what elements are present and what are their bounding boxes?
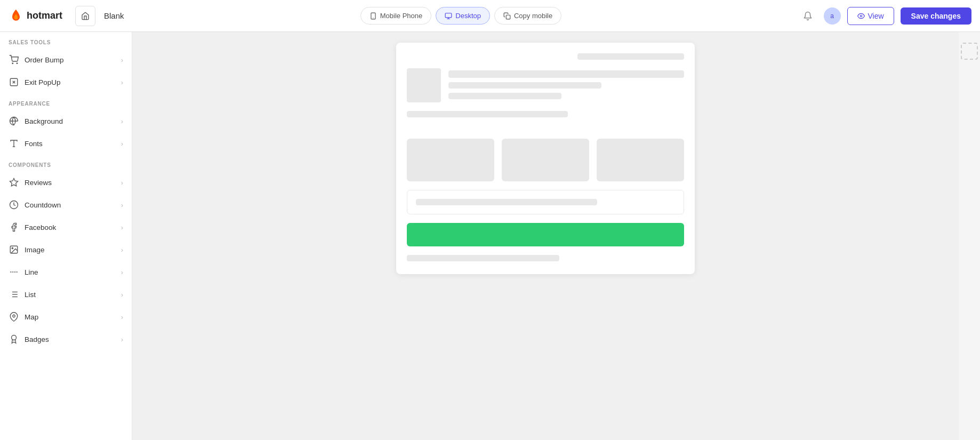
chevron-icon: › (121, 335, 123, 343)
right-panel (959, 32, 980, 440)
list-icon (9, 289, 19, 300)
sidebar-item-facebook[interactable]: Facebook › (0, 216, 132, 238)
view-label: View (868, 12, 884, 20)
desktop-label: Desktop (455, 12, 481, 20)
page-canvas (396, 43, 695, 274)
fonts-icon (9, 138, 19, 149)
hotmart-logo-icon (9, 9, 23, 23)
header-actions: a View Save changes (798, 6, 971, 26)
badges-icon (9, 334, 19, 345)
skeleton-footer-line (407, 255, 559, 261)
skeleton-thumbnail (407, 68, 441, 102)
body-layout: SALES TOOLS Order Bump › Exit PopUp › (0, 32, 980, 440)
sidebar-item-exit-popup[interactable]: Exit PopUp › (0, 71, 132, 93)
copy-mobile-label: Copy mobile (514, 12, 552, 20)
map-label: Map (25, 313, 38, 321)
countdown-label: Countdown (25, 201, 61, 209)
logo-text: hotmart (27, 10, 62, 21)
reviews-label: Reviews (25, 179, 52, 187)
home-button[interactable] (75, 6, 95, 26)
chevron-icon: › (121, 223, 123, 231)
skeleton-green-button (407, 223, 684, 246)
avatar-initials: a (830, 12, 834, 20)
skeleton-desc-line (407, 111, 568, 117)
countdown-icon (9, 199, 19, 210)
background-label: Background (25, 117, 63, 125)
skeleton-line-3 (448, 93, 561, 99)
skeleton-line-2 (448, 82, 601, 89)
section-appearance-label: APPEARANCE (0, 93, 132, 110)
sidebar-item-image[interactable]: Image › (0, 238, 132, 261)
mobile-label: Mobile Phone (380, 12, 423, 20)
svg-rect-2 (445, 13, 452, 17)
svg-point-7 (12, 63, 13, 64)
device-switcher: Mobile Phone Desktop Copy mobile (133, 7, 790, 25)
map-icon (9, 311, 19, 322)
exit-popup-label: Exit PopUp (25, 78, 61, 86)
view-button[interactable]: View (847, 7, 894, 25)
page-title: Blank (104, 11, 124, 20)
sidebar-item-list[interactable]: List › (0, 283, 132, 306)
svg-point-15 (12, 247, 13, 249)
section-components-label: COMPONENTS (0, 155, 132, 171)
chevron-icon: › (121, 117, 123, 125)
order-bump-icon (9, 54, 19, 65)
notifications-button[interactable] (798, 6, 817, 26)
chevron-icon: › (121, 140, 123, 148)
mobile-phone-button[interactable]: Mobile Phone (360, 7, 432, 25)
main-canvas-area (132, 32, 959, 440)
sidebar-item-map[interactable]: Map › (0, 306, 132, 328)
sidebar-scroll: SALES TOOLS Order Bump › Exit PopUp › (0, 32, 132, 440)
app-header: hotmart Blank Mobile Phone Desktop Copy … (0, 0, 980, 32)
reviews-icon (9, 177, 19, 188)
svg-point-6 (860, 15, 862, 17)
skeleton-header-lines (448, 68, 684, 99)
skeleton-line-1 (448, 70, 684, 78)
facebook-label: Facebook (25, 223, 56, 231)
skeleton-cta-block (407, 190, 684, 214)
skeleton-cta-line (416, 199, 597, 205)
facebook-icon (9, 222, 19, 233)
exit-popup-icon (9, 77, 19, 87)
chevron-icon: › (121, 313, 123, 321)
line-icon (9, 267, 19, 277)
svg-marker-12 (10, 179, 18, 186)
sidebar-item-fonts[interactable]: Fonts › (0, 132, 132, 155)
skeleton-card-1 (407, 139, 494, 181)
chevron-icon: › (121, 78, 123, 86)
background-icon (9, 116, 19, 126)
fonts-label: Fonts (25, 140, 43, 148)
skeleton-header-block (407, 68, 684, 102)
desktop-button[interactable]: Desktop (436, 7, 490, 25)
chevron-icon: › (121, 291, 123, 299)
sidebar-item-background[interactable]: Background › (0, 110, 132, 132)
svg-rect-5 (506, 15, 510, 19)
sidebar: SALES TOOLS Order Bump › Exit PopUp › (0, 32, 132, 440)
skeleton-card-2 (502, 139, 589, 181)
sidebar-item-badges[interactable]: Badges › (0, 328, 132, 350)
list-label: List (25, 291, 36, 299)
skeleton-top-line (577, 53, 684, 60)
image-label: Image (25, 246, 45, 254)
sidebar-item-reviews[interactable]: Reviews › (0, 171, 132, 194)
sidebar-item-line[interactable]: Line › (0, 261, 132, 283)
copy-mobile-button[interactable]: Copy mobile (494, 7, 561, 25)
chevron-icon: › (121, 246, 123, 254)
svg-point-23 (13, 315, 15, 317)
image-icon (9, 244, 19, 255)
sidebar-item-order-bump[interactable]: Order Bump › (0, 49, 132, 71)
chevron-icon: › (121, 268, 123, 276)
user-avatar[interactable]: a (824, 7, 841, 25)
order-bump-label: Order Bump (25, 56, 64, 64)
chevron-icon: › (121, 179, 123, 187)
chevron-icon: › (121, 56, 123, 64)
sidebar-item-countdown[interactable]: Countdown › (0, 194, 132, 216)
svg-point-24 (12, 335, 17, 340)
dotted-selection-box (961, 43, 978, 60)
badges-label: Badges (25, 335, 49, 343)
section-sales-tools-label: SALES TOOLS (0, 32, 132, 49)
logo: hotmart (9, 9, 62, 23)
skeleton-cards-row (407, 139, 684, 181)
line-label: Line (25, 268, 38, 276)
save-changes-button[interactable]: Save changes (901, 7, 971, 25)
